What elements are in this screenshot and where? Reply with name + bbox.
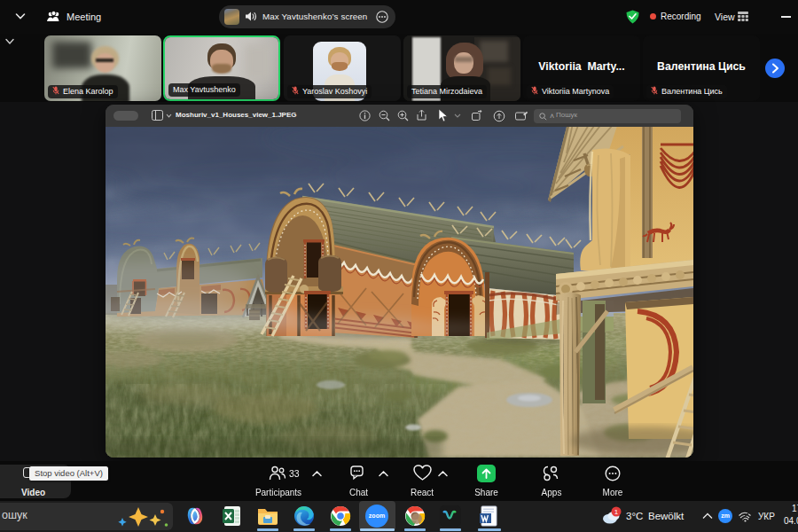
svg-text:1: 1	[614, 508, 619, 516]
